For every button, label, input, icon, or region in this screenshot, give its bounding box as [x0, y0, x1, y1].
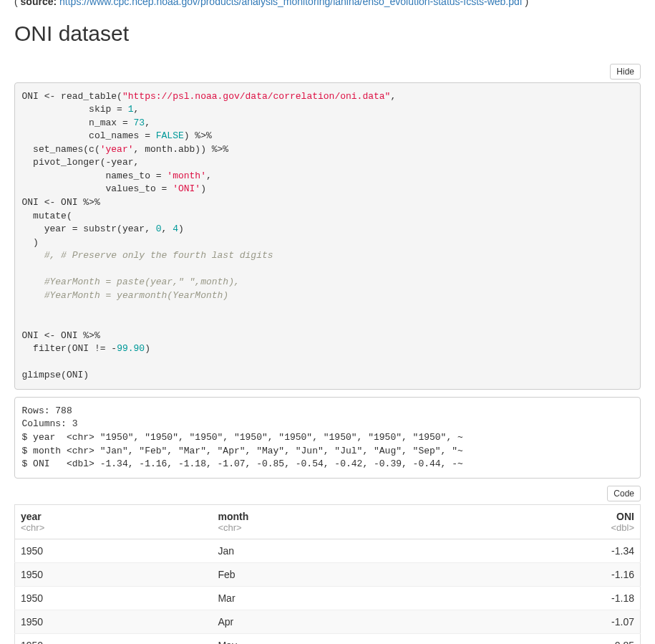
cell-month: Jan	[212, 539, 445, 563]
col-type-month: <chr>	[212, 522, 445, 539]
cell-year: 1950	[15, 563, 213, 587]
code-button[interactable]: Code	[607, 486, 641, 501]
hide-button-row: Hide	[14, 64, 641, 80]
col-header-month: month	[212, 505, 445, 523]
cell-year: 1950	[15, 610, 213, 634]
cell-oni: -1.16	[445, 563, 640, 587]
hide-button[interactable]: Hide	[610, 64, 641, 80]
source-link[interactable]: https://www.cpc.ncep.noaa.gov/products/a…	[59, 0, 523, 7]
cell-oni: -1.07	[445, 610, 640, 634]
output-block: Rows: 788 Columns: 3 $ year <chr> "1950"…	[14, 397, 641, 479]
source-suffix: )	[523, 0, 529, 7]
table-header-row: year month ONI	[15, 505, 641, 523]
table-types-row: <chr> <chr> <dbl>	[15, 522, 641, 539]
cell-month: Apr	[212, 610, 445, 634]
col-type-oni: <dbl>	[445, 522, 640, 539]
table-row: 1950Mar-1.18	[15, 587, 641, 610]
cell-month: Feb	[212, 563, 445, 587]
cell-month: May	[212, 634, 445, 644]
source-line: ( source: https://www.cpc.ncep.noaa.gov/…	[14, 0, 641, 7]
source-label: source:	[21, 0, 57, 7]
cell-year: 1950	[15, 587, 213, 610]
cell-oni: -0.85	[445, 634, 640, 644]
table-row: 1950Feb-1.16	[15, 563, 641, 587]
table-row: 1950Jan-1.34	[15, 539, 641, 563]
cell-oni: -1.34	[445, 539, 640, 563]
data-table: year month ONI <chr> <chr> <dbl> 1950Jan…	[14, 504, 641, 644]
col-type-year: <chr>	[15, 522, 213, 539]
table-row: 1950Apr-1.07	[15, 610, 641, 634]
code-button-row: Code	[14, 486, 641, 501]
cell-year: 1950	[15, 539, 213, 563]
source-prefix: (	[14, 0, 21, 7]
section-title: ONI dataset	[14, 21, 641, 46]
code-block: ONI <- read_table("https://psl.noaa.gov/…	[14, 82, 641, 390]
cell-oni: -1.18	[445, 587, 640, 610]
col-header-oni: ONI	[445, 505, 640, 523]
table-row: 1950May-0.85	[15, 634, 641, 644]
cell-month: Mar	[212, 587, 445, 610]
cell-year: 1950	[15, 634, 213, 644]
col-header-year: year	[15, 505, 213, 523]
